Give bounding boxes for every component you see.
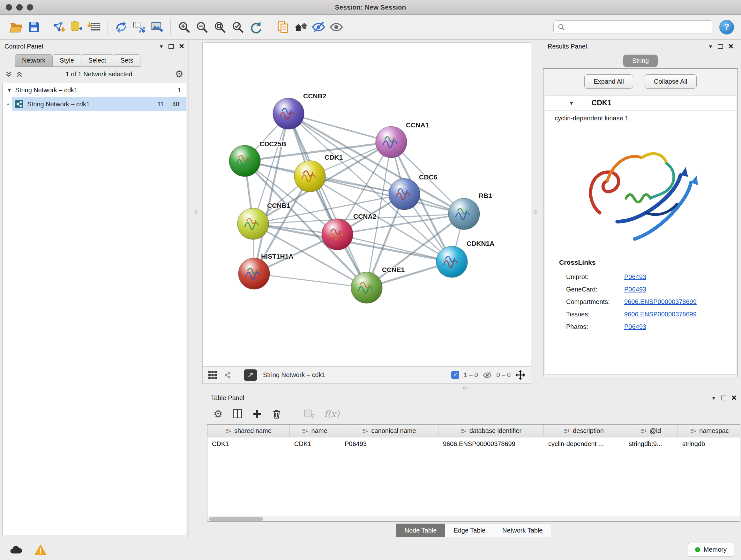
maximize-panel-button[interactable] <box>169 44 174 49</box>
collection-caret-icon[interactable]: ▾ <box>8 87 11 94</box>
splitter-handle[interactable] <box>194 210 198 213</box>
memory-button[interactable]: Memory <box>688 543 734 557</box>
zoom-fit-button[interactable] <box>211 18 229 36</box>
warnings-button[interactable] <box>31 543 50 557</box>
column-header[interactable]: @id <box>624 425 678 437</box>
network-graph[interactable]: CCNB2CCNA1CDC25BCDK1CDC6RB1CCNB1CCNA2CDK… <box>203 43 531 366</box>
clone-network-button[interactable] <box>112 18 130 36</box>
table-row[interactable]: CDK1CDK1P064939606.ENSP00000378699cyclin… <box>207 437 740 450</box>
network-edge[interactable] <box>254 273 367 288</box>
crosslink-link[interactable]: P06493 <box>624 323 646 330</box>
collapse-caret-icon[interactable]: ▾ <box>570 99 573 107</box>
help-button[interactable]: ? <box>719 20 734 35</box>
network-from-table-button[interactable] <box>130 18 148 36</box>
toolbar-separator <box>238 370 238 381</box>
open-session-button[interactable] <box>7 18 25 36</box>
float-panel-button[interactable]: ▾ <box>709 43 712 50</box>
crosslink-link[interactable]: 9606.ENSP00000378699 <box>624 298 697 306</box>
float-panel-button[interactable]: ▾ <box>712 394 716 401</box>
minimize-window-button[interactable] <box>16 4 23 10</box>
network-node-cdk1[interactable]: CDK1 <box>294 153 343 192</box>
tab-network[interactable]: Network <box>15 54 53 67</box>
table-cell: stringdb <box>678 440 740 448</box>
add-column-plus-icon[interactable] <box>252 409 262 419</box>
show-details-button[interactable] <box>327 18 345 36</box>
scrollbar-thumb[interactable] <box>209 517 263 521</box>
network-canvas[interactable]: CCNB2CCNA1CDC25BCDK1CDC6RB1CCNB1CCNA2CDK… <box>202 43 531 367</box>
network-node-cdc6[interactable]: CDC6 <box>389 173 437 210</box>
horizontal-scrollbar[interactable] <box>207 516 740 521</box>
tab-string[interactable]: String <box>623 55 658 67</box>
gene-card-header[interactable]: ▾ CDK1 <box>545 96 736 111</box>
save-session-button[interactable] <box>25 18 43 36</box>
tab-style[interactable]: Style <box>52 54 81 67</box>
close-panel-button[interactable]: × <box>728 42 733 51</box>
open-in-window-button[interactable]: ↗ <box>244 369 257 381</box>
tab-sets[interactable]: Sets <box>113 54 140 67</box>
crosslink-link[interactable]: P06493 <box>624 273 646 281</box>
zoom-out-button[interactable] <box>193 18 211 36</box>
column-header[interactable]: name <box>290 425 340 437</box>
column-header[interactable]: description <box>544 425 624 437</box>
network-node-ccnb1[interactable]: CCNB1 <box>238 202 290 240</box>
tab-network-table[interactable]: Network Table <box>494 523 551 537</box>
network-edge[interactable] <box>288 114 367 288</box>
columns-icon[interactable] <box>232 409 243 419</box>
birdseye-move-icon[interactable] <box>515 370 526 380</box>
network-node-cdkn1a[interactable]: CDKN1A <box>436 240 495 277</box>
reapply-layout-button[interactable] <box>247 18 265 36</box>
export-image-button[interactable] <box>148 18 166 36</box>
import-network-from-database-button[interactable] <box>67 18 85 36</box>
expand-all-button[interactable]: Expand All <box>584 74 633 89</box>
float-panel-button[interactable]: ▾ <box>160 43 163 50</box>
network-node-rb1[interactable]: RB1 <box>448 192 492 230</box>
network-node-ccnb2[interactable]: CCNB2 <box>273 92 326 129</box>
cloud-button[interactable] <box>7 543 25 557</box>
network-edge[interactable] <box>337 234 452 262</box>
zoom-selected-button[interactable] <box>229 18 247 36</box>
copy-button[interactable] <box>274 18 292 36</box>
left-splitter[interactable] <box>189 40 202 384</box>
share-view-icon[interactable] <box>223 371 232 380</box>
column-header[interactable]: canonical name <box>340 425 439 437</box>
splitter-handle[interactable] <box>463 386 467 389</box>
table-settings-gear-icon[interactable]: ⚙ <box>213 409 223 419</box>
close-window-button[interactable] <box>6 4 12 10</box>
collapse-all-button[interactable]: Collapse All <box>645 74 697 89</box>
tab-select[interactable]: Select <box>81 54 114 67</box>
horizontal-splitter[interactable] <box>189 384 741 391</box>
zoom-window-button[interactable] <box>27 4 33 10</box>
grid-view-icon[interactable] <box>208 370 217 380</box>
close-panel-button[interactable]: × <box>731 394 737 402</box>
column-header[interactable]: shared name <box>207 425 290 437</box>
expand-all-icon[interactable] <box>16 71 23 78</box>
tab-edge-table[interactable]: Edge Table <box>445 523 494 537</box>
right-splitter[interactable] <box>531 40 540 384</box>
search-input[interactable] <box>568 23 709 30</box>
network-row[interactable]: ● String Network – cdk1 11 48 <box>3 97 186 111</box>
gear-icon[interactable]: ⚙ <box>175 69 184 79</box>
splitter-handle[interactable] <box>534 210 537 213</box>
network-node-hist1h1a[interactable]: HIST1H1A <box>239 253 293 289</box>
selected-counts: 1 – 0 <box>464 371 478 379</box>
maximize-panel-button[interactable] <box>718 44 723 49</box>
crosslink-link[interactable]: 9606.ENSP00000378699 <box>624 311 697 318</box>
column-header[interactable]: namespac <box>678 425 740 437</box>
selected-network-row[interactable]: String Network – cdk1 11 48 <box>12 97 186 111</box>
network-edge[interactable] <box>254 114 288 273</box>
maximize-panel-button[interactable] <box>721 395 726 400</box>
close-panel-button[interactable]: × <box>179 42 184 51</box>
selected-checkbox-icon[interactable]: ✓ <box>451 371 459 379</box>
network-collection-row[interactable]: ▾ String Network – cdk1 1 <box>3 83 186 97</box>
home-button[interactable] <box>292 18 310 36</box>
zoom-in-button[interactable] <box>175 18 193 36</box>
network-node-ccna1[interactable]: CCNA1 <box>376 121 429 158</box>
delete-trash-icon[interactable] <box>272 409 281 419</box>
column-header[interactable]: database identifier <box>439 425 544 437</box>
import-network-button[interactable] <box>50 18 67 36</box>
collapse-all-icon[interactable] <box>5 71 12 78</box>
crosslink-link[interactable]: P06493 <box>624 286 646 293</box>
hide-details-button[interactable] <box>310 18 327 36</box>
tab-node-table[interactable]: Node Table <box>396 523 446 537</box>
import-table-button[interactable] <box>85 18 103 36</box>
